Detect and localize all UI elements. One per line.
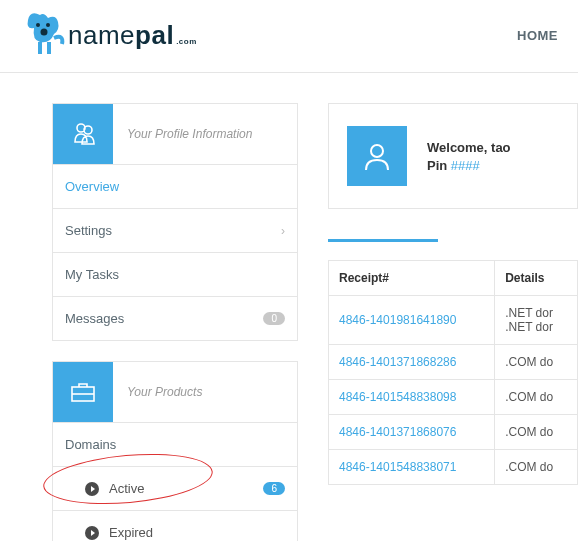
- menu-messages-label: Messages: [65, 311, 124, 326]
- header: namepal.com HOME: [0, 0, 578, 73]
- svg-rect-4: [47, 42, 51, 54]
- detail-cell: .COM do: [495, 415, 578, 450]
- play-circle-icon: [85, 482, 99, 496]
- table-row: 4846-1401371868076 .COM do: [329, 415, 578, 450]
- receipt-link[interactable]: 4846-1401548838098: [339, 390, 456, 404]
- chevron-right-icon: ›: [281, 224, 285, 238]
- submenu-expired-label: Expired: [109, 525, 153, 540]
- menu-domains[interactable]: Domains: [53, 422, 297, 466]
- svg-rect-3: [38, 42, 42, 54]
- receipts-table: Receipt# Details 4846-1401981641890 .NET…: [328, 260, 578, 485]
- svg-point-1: [46, 23, 50, 27]
- menu-settings-label: Settings: [65, 223, 112, 238]
- pin-line: Pin ####: [427, 158, 511, 173]
- receipt-link[interactable]: 4846-1401981641890: [339, 313, 456, 327]
- user-icon: [347, 126, 407, 186]
- svg-point-7: [371, 145, 383, 157]
- table-row: 4846-1401548838098 .COM do: [329, 380, 578, 415]
- menu-tasks[interactable]: My Tasks: [53, 252, 297, 296]
- receipts-table-wrap: Receipt# Details 4846-1401981641890 .NET…: [328, 260, 578, 485]
- play-circle-icon: [85, 526, 99, 540]
- products-panel-title: Your Products: [113, 385, 297, 399]
- welcome-line: Welcome, tao: [427, 140, 511, 155]
- svg-point-2: [41, 29, 48, 36]
- detail-cell: .COM do: [495, 450, 578, 485]
- products-panel: Your Products Domains Active 6 Expired: [52, 361, 298, 541]
- submenu-active-label: Active: [109, 481, 144, 496]
- submenu-active[interactable]: Active 6: [53, 466, 297, 510]
- briefcase-icon: [53, 362, 113, 422]
- pin-value: ####: [451, 158, 480, 173]
- active-count-badge: 6: [263, 482, 285, 495]
- profile-icon: [53, 104, 113, 164]
- receipt-link[interactable]: 4846-1401548838071: [339, 460, 456, 474]
- col-details: Details: [495, 261, 578, 296]
- table-row: 4846-1401371868286 .COM do: [329, 345, 578, 380]
- detail-cell: .COM do: [495, 345, 578, 380]
- active-tab-indicator: [328, 239, 438, 242]
- brand-text: namepal.com: [68, 20, 197, 51]
- messages-count-badge: 0: [263, 312, 285, 325]
- brand-tld: .com: [176, 37, 197, 46]
- nav-home-link[interactable]: HOME: [517, 28, 558, 43]
- svg-point-0: [36, 23, 40, 27]
- brand-bold: pal: [135, 20, 174, 51]
- menu-messages[interactable]: Messages 0: [53, 296, 297, 340]
- table-row: 4846-1401548838071 .COM do: [329, 450, 578, 485]
- submenu-expired[interactable]: Expired: [53, 510, 297, 541]
- brand-name: name: [68, 20, 135, 51]
- profile-panel: Your Profile Information Overview Settin…: [52, 103, 298, 341]
- profile-panel-title: Your Profile Information: [113, 127, 297, 141]
- menu-settings[interactable]: Settings ›: [53, 208, 297, 252]
- pin-label: Pin: [427, 158, 451, 173]
- logo[interactable]: namepal.com: [20, 10, 197, 60]
- welcome-box: Welcome, tao Pin ####: [328, 103, 578, 209]
- col-receipt: Receipt#: [329, 261, 495, 296]
- detail-cell: .COM do: [495, 380, 578, 415]
- receipt-link[interactable]: 4846-1401371868286: [339, 355, 456, 369]
- dog-logo-icon: [20, 10, 68, 60]
- detail-cell: .NET dor.NET dor: [495, 296, 578, 345]
- menu-overview[interactable]: Overview: [53, 164, 297, 208]
- receipt-link[interactable]: 4846-1401371868076: [339, 425, 456, 439]
- table-row: 4846-1401981641890 .NET dor.NET dor: [329, 296, 578, 345]
